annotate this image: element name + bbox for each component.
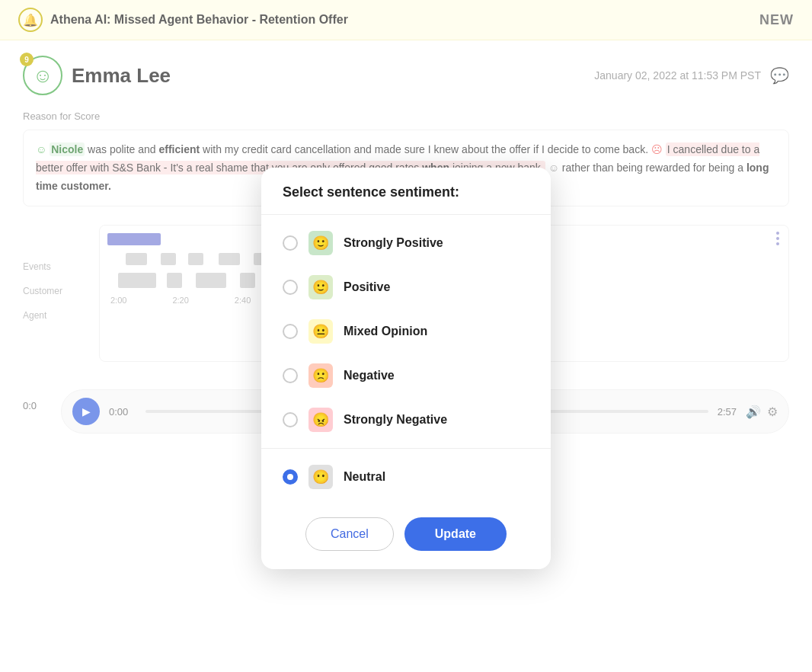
overlay: Select sentence sentiment: 🙂 Strongly Po…: [0, 0, 812, 672]
panel-actions: Cancel Update: [261, 505, 551, 551]
panel-header: Select sentence sentiment:: [261, 168, 551, 215]
radio-strongly-negative[interactable]: [283, 412, 298, 427]
option-strongly-negative[interactable]: 😠 Strongly Negative: [261, 398, 551, 442]
main-container: 🔔 Athena AI: Missed Agent Behavior - Ret…: [0, 0, 812, 672]
emoji-strongly-positive: 🙂: [308, 231, 333, 255]
sentiment-panel: Select sentence sentiment: 🙂 Strongly Po…: [261, 168, 551, 569]
emoji-neutral: 😶: [308, 465, 333, 489]
radio-negative[interactable]: [283, 368, 298, 383]
cancel-button[interactable]: Cancel: [305, 517, 394, 551]
option-negative[interactable]: 🙁 Negative: [261, 354, 551, 398]
emoji-strongly-negative: 😠: [308, 408, 333, 432]
label-strongly-positive: Strongly Positive: [344, 236, 443, 250]
option-positive[interactable]: 🙂 Positive: [261, 265, 551, 309]
radio-neutral[interactable]: [283, 469, 298, 485]
panel-divider: [261, 448, 551, 449]
label-neutral: Neutral: [344, 470, 385, 484]
radio-strongly-positive[interactable]: [283, 235, 298, 251]
label-negative: Negative: [344, 369, 395, 382]
option-strongly-positive[interactable]: 🙂 Strongly Positive: [261, 221, 551, 265]
option-mixed[interactable]: 😐 Mixed Opinion: [261, 309, 551, 354]
radio-positive[interactable]: [283, 280, 298, 295]
emoji-positive: 🙂: [308, 275, 333, 299]
sentiment-options: 🙂 Strongly Positive 🙂 Positive 😐 Mixed O…: [261, 215, 551, 505]
emoji-mixed: 😐: [308, 319, 333, 344]
label-positive: Positive: [344, 280, 390, 294]
label-mixed: Mixed Opinion: [344, 325, 427, 338]
update-button[interactable]: Update: [404, 517, 507, 551]
label-strongly-negative: Strongly Negative: [344, 413, 447, 427]
option-neutral[interactable]: 😶 Neutral: [261, 455, 551, 499]
radio-mixed[interactable]: [283, 324, 298, 339]
emoji-negative: 🙁: [308, 363, 333, 388]
